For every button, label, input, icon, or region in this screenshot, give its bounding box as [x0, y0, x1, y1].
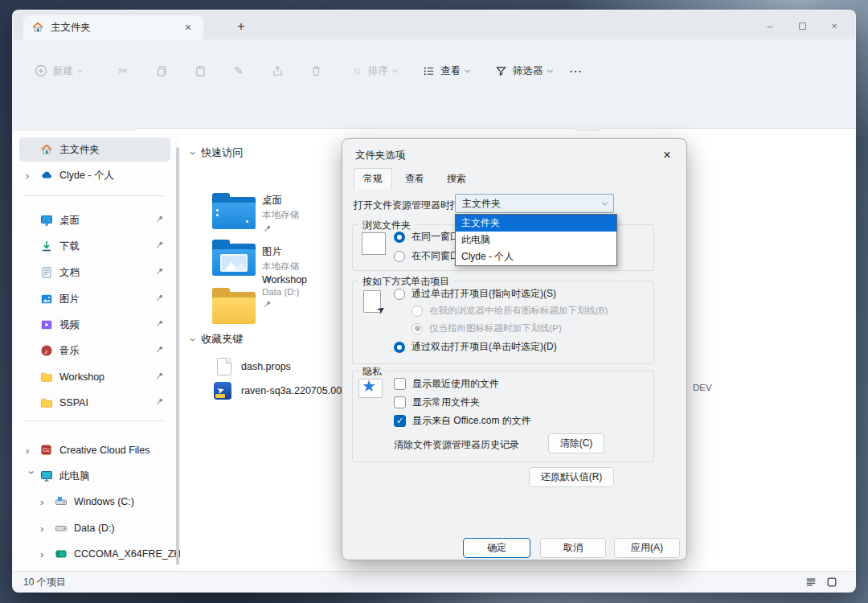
chevron-down-icon[interactable]: › — [26, 470, 38, 482]
desktop: 主文件夹 × + – × 新建 ✂ ✎ — [0, 0, 868, 603]
more-button[interactable]: ⋯ — [569, 57, 582, 84]
view-label: 查看 — [440, 64, 461, 78]
tile-workshop[interactable]: Workshop Data (D:) — [262, 274, 307, 313]
pin-icon — [154, 397, 164, 409]
tile-name: 桌面 — [262, 194, 299, 207]
rename-button[interactable]: ✎ — [231, 57, 246, 84]
open-to-combobox[interactable]: 主文件夹 — [455, 194, 614, 213]
folder-icon-workshop[interactable] — [212, 292, 256, 324]
check-office-files[interactable]: ✓ 显示来自 Office.com 的文件 — [394, 414, 531, 428]
tab-view[interactable]: 查看 — [395, 168, 434, 189]
new-tab-button[interactable]: + — [231, 17, 251, 36]
this-pc-icon — [40, 470, 53, 482]
new-button[interactable]: 新建 — [34, 57, 82, 84]
ok-button[interactable]: 确定 — [463, 538, 530, 558]
delete-button[interactable] — [309, 57, 323, 84]
tab-general[interactable]: 常规 — [354, 168, 392, 189]
sidebar-item-creative-cloud[interactable]: › Cc Creative Cloud Files — [19, 438, 170, 462]
chevron-down-icon — [465, 67, 470, 72]
tab-bar: 主文件夹 × + – × — [13, 10, 855, 39]
sidebar-item-pictures[interactable]: 图片 — [19, 287, 170, 311]
usb-drive-icon — [55, 548, 68, 560]
sidebar-item-this-pc[interactable]: › 此电脑 — [19, 464, 170, 488]
radio-icon — [394, 289, 405, 300]
minimize-button[interactable]: – — [754, 15, 786, 36]
tile-desktop[interactable]: 桌面 本地存储 — [262, 194, 299, 237]
sidebar-item-home[interactable]: 主文件夹 — [19, 137, 170, 162]
view-button[interactable]: 查看 — [421, 57, 469, 84]
sidebar-item-windows-c[interactable]: › Windows (C:) — [19, 490, 170, 514]
sidebar-item-label: 图片 — [59, 293, 80, 306]
folder-icon-desktop[interactable] — [212, 197, 256, 229]
section-label: 快速访问 — [201, 146, 243, 160]
trash-icon — [309, 64, 323, 78]
share-button[interactable] — [270, 57, 285, 84]
sidebar-item-data-d[interactable]: › Data (D:) — [19, 516, 170, 540]
maximize-button[interactable] — [786, 15, 818, 36]
tab-title: 主文件夹 — [51, 21, 91, 35]
dropdown-option-onedrive[interactable]: Clyde - 个人 — [456, 248, 616, 265]
chevron-right-icon[interactable]: › — [40, 523, 51, 535]
chevron-right-icon[interactable]: › — [26, 170, 37, 182]
copy-icon — [154, 64, 169, 78]
check-frequent-folders[interactable]: 显示常用文件夹 — [394, 396, 480, 409]
sidebar-item-videos[interactable]: 视频 — [19, 313, 170, 337]
share-icon — [270, 64, 285, 78]
view-icon — [421, 64, 436, 78]
dropdown-option-home[interactable]: 主文件夹 — [456, 215, 616, 232]
sidebar-item-label: Workshop — [59, 371, 104, 383]
close-button[interactable]: × — [818, 15, 850, 36]
sidebar-item-sspai[interactable]: SSPAI — [19, 391, 170, 415]
pin-icon — [262, 300, 272, 310]
pin-icon — [154, 371, 164, 384]
pin-icon — [154, 319, 164, 331]
tab-close-icon[interactable]: × — [181, 20, 195, 35]
sidebar-item-documents[interactable]: 文档 — [19, 260, 170, 285]
restore-defaults-button[interactable]: 还原默认值(R) — [529, 467, 614, 487]
dropdown-option-this-pc[interactable]: 此电脑 — [456, 232, 616, 248]
tab-home-folder[interactable]: 主文件夹 × — [23, 15, 203, 39]
sort-button[interactable]: ↑↓ 排序 — [349, 57, 397, 84]
filter-button[interactable]: 筛选器 — [493, 57, 552, 84]
sidebar-item-downloads[interactable]: 下载 — [19, 234, 170, 258]
download-icon — [40, 240, 53, 252]
chevron-down-icon: › — [187, 338, 199, 341]
chevron-right-icon[interactable]: › — [40, 548, 51, 560]
radio-single-click[interactable]: 通过单击打开项目(指向时选定)(S) — [394, 287, 556, 301]
section-favorites[interactable]: › 收藏夹键 — [191, 332, 243, 347]
copy-button[interactable] — [154, 57, 169, 84]
sidebar-scrollbar[interactable] — [176, 147, 179, 565]
sidebar-item-label: 视频 — [59, 318, 80, 332]
radio-double-click[interactable]: 通过双击打开项目(单击时选定)(D) — [394, 340, 557, 354]
tab-search[interactable]: 搜索 — [437, 168, 476, 189]
dialog-close-button[interactable]: × — [657, 146, 677, 165]
sidebar-item-cccoma-1[interactable]: › CCCOMA_X64FRE_ZH- — [19, 542, 170, 566]
tile-location: 本地存储 — [262, 209, 299, 221]
sidebar-item-onedrive[interactable]: › Clyde - 个人 — [19, 163, 170, 187]
section-label: 收藏夹键 — [201, 332, 243, 347]
clear-button[interactable]: 清除(C) — [548, 433, 604, 453]
details-view-button[interactable] — [805, 576, 817, 590]
file-dash-props[interactable]: dash.props — [217, 358, 291, 375]
radio-icon — [394, 342, 405, 353]
cancel-button[interactable]: 取消 — [540, 538, 606, 558]
thumbnail-view-button[interactable] — [826, 576, 837, 590]
sidebar-item-desktop[interactable]: 桌面 — [19, 208, 170, 232]
sidebar-item-label: 桌面 — [59, 214, 80, 228]
pin-icon — [154, 293, 164, 306]
check-recent-files[interactable]: 显示最近使用的文件 — [394, 377, 499, 391]
chevron-right-icon[interactable]: › — [40, 496, 51, 508]
sidebar-item-label: CCCOMA_X64FRE_ZH- — [74, 548, 185, 560]
paste-button[interactable] — [193, 57, 207, 84]
cut-button[interactable]: ✂ — [116, 57, 130, 84]
sidebar-item-workshop[interactable]: Workshop — [19, 365, 170, 389]
section-quick-access[interactable]: › 快速访问 — [191, 146, 243, 160]
pin-icon — [154, 267, 164, 279]
home-icon — [40, 143, 53, 156]
sidebar-item-music[interactable]: ♪ 音乐 — [19, 338, 170, 363]
chevron-right-icon[interactable]: › — [26, 445, 37, 457]
creative-cloud-icon: Cc — [40, 444, 53, 457]
checkbox-checked-icon: ✓ — [394, 415, 406, 427]
folder-icon-pictures[interactable] — [212, 244, 256, 276]
apply-button[interactable]: 应用(A) — [614, 538, 680, 558]
